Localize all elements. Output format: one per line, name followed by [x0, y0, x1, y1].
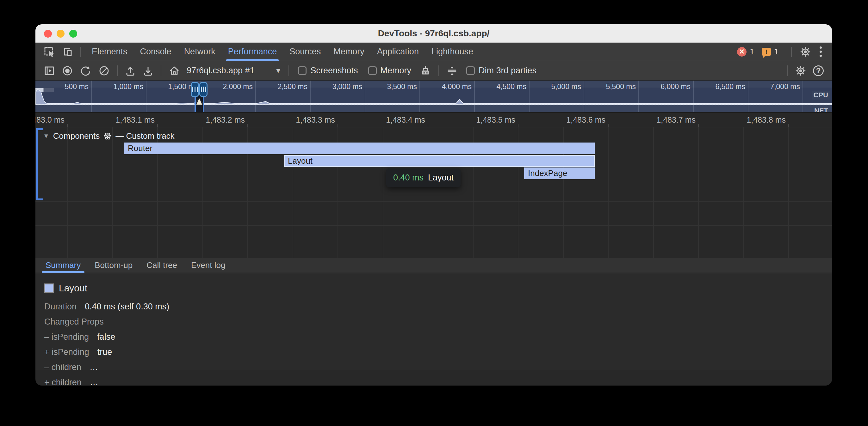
devtools-tabs: ElementsConsoleNetworkPerformanceSources… [85, 43, 479, 61]
traffic-lights [44, 30, 77, 38]
chevron-down-icon: ▼ [275, 67, 282, 75]
minimize-window-button[interactable] [57, 30, 65, 38]
tab-lighthouse[interactable]: Lighthouse [425, 43, 479, 61]
device-toolbar-icon[interactable] [58, 44, 76, 60]
issue-badges[interactable]: ✕ 1 ! 1 [737, 47, 783, 57]
inspect-icon[interactable] [40, 44, 58, 60]
tab-network[interactable]: Network [178, 43, 222, 61]
tab-console[interactable]: Console [134, 43, 178, 61]
details-tab-bottom-up[interactable]: Bottom-up [88, 258, 140, 273]
ruler-tick-mark [247, 124, 248, 127]
track-selection-bracket [36, 128, 42, 200]
memory-checkbox[interactable]: Memory [368, 66, 411, 75]
ruler-tick-label: 1,483.6 ms [566, 116, 606, 125]
desktop-background: DevTools - 97r6ql.csb.app/ ElementsConso… [0, 0, 868, 426]
dim-3rd-parties-label: Dim 3rd parties [478, 66, 536, 75]
flame-bar-router[interactable]: Router [124, 142, 595, 154]
checkbox-box[interactable] [368, 66, 377, 75]
summary-row-value: … [90, 378, 98, 386]
track-suffix: — Custom track [116, 131, 174, 141]
summary-row: Duration0.40 ms (self 0.30 ms) [44, 302, 832, 312]
summary-row-label: + isPending [44, 347, 89, 357]
ruler-tick-label: 1,483.3 ms [296, 116, 335, 125]
download-profile-icon[interactable] [139, 63, 157, 79]
tab-application[interactable]: Application [371, 43, 425, 61]
summary-row-value: true [97, 347, 112, 357]
error-icon[interactable]: ✕ [737, 47, 747, 57]
timeline-overview[interactable]: 500 ms1,000 ms1,500 ms2,000 ms2,500 ms3,… [35, 80, 832, 112]
details-tab-summary[interactable]: Summary [39, 258, 88, 273]
ruler-tick-label: 1,483.2 ms [206, 116, 245, 125]
capture-settings-gear-icon[interactable] [792, 63, 810, 79]
flame-bar-indexpage[interactable]: IndexPage [524, 167, 595, 179]
kebab-menu-icon[interactable] [814, 46, 827, 57]
toolbar-divider [161, 65, 161, 76]
components-track-header[interactable]: ▼ Components — Custom track [43, 131, 175, 141]
gear-icon[interactable] [796, 44, 814, 60]
toolbar-divider [117, 65, 118, 76]
toolbar-divider [288, 65, 289, 76]
flame-gridline [788, 127, 789, 258]
page-selector-dropdown[interactable]: 97r6ql.csb.app #1 ▼ [183, 66, 285, 75]
tab-elements[interactable]: Elements [85, 43, 134, 61]
toolbar-divider [787, 65, 788, 76]
dim-3rd-parties-checkbox[interactable]: Dim 3rd parties [466, 66, 536, 75]
clear-icon[interactable] [95, 63, 113, 79]
upload-profile-icon[interactable] [121, 63, 139, 79]
flame-gridline [653, 127, 654, 258]
event-color-swatch [44, 284, 54, 293]
tooltip-duration: 0.40 ms [393, 173, 424, 183]
panel-toggle-icon[interactable] [40, 63, 58, 79]
ruler-tick-mark [157, 124, 158, 127]
flame-chart[interactable]: ▼ Components — Custom track RouterLayout… [35, 127, 832, 258]
warning-icon[interactable]: ! [762, 48, 771, 56]
screenshots-label: Screenshots [310, 66, 358, 75]
checkbox-box[interactable] [466, 66, 475, 75]
help-icon[interactable]: ? [810, 63, 827, 79]
record-icon[interactable] [58, 63, 76, 79]
selection-right-handle[interactable] [199, 82, 208, 97]
tab-memory[interactable]: Memory [327, 43, 371, 61]
zoom-window-button[interactable] [69, 30, 77, 38]
checkbox-box[interactable] [298, 66, 307, 75]
detail-ruler[interactable]: 1,483.0 ms1,483.1 ms1,483.2 ms1,483.3 ms… [35, 112, 832, 127]
details-tab-call-tree[interactable]: Call tree [140, 258, 184, 273]
expand-triangle-icon[interactable]: ▼ [43, 132, 49, 140]
ruler-tick-label: 1,483.7 ms [656, 116, 695, 125]
details-tab-event-log[interactable]: Event log [184, 258, 232, 273]
summary-title: Layout [59, 283, 87, 294]
ruler-tick-mark [67, 124, 68, 127]
collapse-icon[interactable] [443, 63, 461, 79]
screenshots-checkbox[interactable]: Screenshots [298, 66, 358, 75]
warning-count: 1 [774, 47, 778, 57]
collect-garbage-icon[interactable] [416, 63, 435, 79]
tabbar-divider [80, 47, 81, 57]
summary-row-label: – isPending [44, 332, 89, 342]
summary-row: + children… [44, 378, 832, 386]
track-title: Components [53, 131, 100, 141]
ruler-tick-mark [698, 124, 699, 127]
flame-gridline [698, 127, 699, 258]
ruler-tick-label: 1,483.1 ms [116, 116, 155, 125]
summary-row-label: Duration [44, 302, 76, 312]
flame-gridline [608, 127, 609, 258]
error-count: 1 [750, 47, 754, 57]
flame-bar-layout[interactable]: Layout [284, 155, 595, 167]
react-atom-icon [103, 132, 112, 140]
reload-record-icon[interactable] [76, 63, 95, 79]
tab-performance[interactable]: Performance [222, 43, 283, 61]
close-window-button[interactable] [44, 30, 52, 38]
home-icon[interactable] [165, 63, 183, 79]
ruler-tick-label: 1,483.0 ms [35, 116, 65, 125]
ruler-tick-mark [338, 124, 338, 127]
summary-row-label: Changed Props [44, 317, 104, 327]
flame-gridline [743, 127, 744, 258]
tab-sources[interactable]: Sources [283, 43, 327, 61]
summary-row-label: + children [44, 378, 82, 386]
ruler-tick-mark [608, 124, 609, 127]
cpu-track-label: CPU [812, 91, 830, 100]
selection-left-handle[interactable] [191, 82, 199, 97]
ruler-tick-label: 1,483.8 ms [747, 116, 786, 125]
ruler-tick-label: 1,483.4 ms [386, 116, 425, 125]
devtools-window: DevTools - 97r6ql.csb.app/ ElementsConso… [35, 24, 832, 386]
